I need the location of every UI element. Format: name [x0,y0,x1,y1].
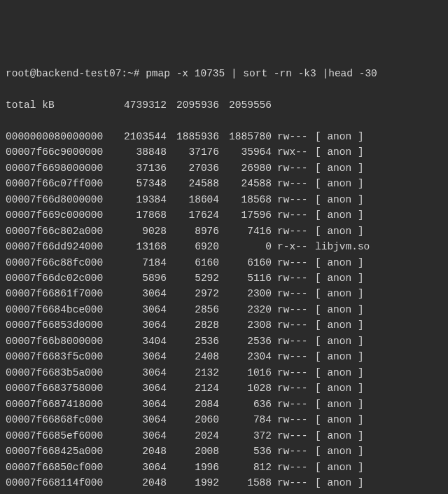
mapping-cell: [ anon ] [312,397,364,412]
mapping-cell: [ anon ] [312,349,364,364]
total-rss: 2095936 [167,97,219,113]
mode-cell: rw--- [272,412,312,427]
dirty-cell: 2304 [219,349,272,364]
pmap-row: 00007f66dc02c000589652925116rw---[ anon … [6,270,442,286]
mapping-cell: [ anon ] [312,475,364,490]
dirty-cell: 18568 [219,192,272,207]
mode-cell: rw--- [272,192,312,207]
kbytes-cell: 3064 [114,397,167,412]
pmap-row: 00007f66c88fc000718461606160rw---[ anon … [6,255,442,270]
kbytes-cell: 13168 [114,239,167,254]
rss-cell: 1976 [167,491,219,494]
pmap-output: 0000000080000000210354418859361885780rw-… [6,129,442,494]
rss-cell: 37176 [167,144,219,160]
address-cell: 00007f66d8000000 [6,192,114,207]
pmap-row: 00007f66c9000000388483717635964rwx--[ an… [6,144,442,160]
rss-cell: 17624 [167,207,219,223]
mapping-cell: [ anon ] [312,270,364,286]
kbytes-cell: 3064 [114,365,167,380]
mode-cell: rw--- [272,129,312,144]
rss-cell: 2124 [167,380,219,396]
dirty-cell: 17596 [219,207,272,223]
mapping-cell: [ anon ] [312,444,364,459]
dirty-cell: 26980 [219,160,272,176]
mapping-cell: [ anon ] [312,129,364,144]
rss-cell: 2408 [167,349,219,364]
pmap-row: 00007f66c07ff000573482458824588rw---[ an… [6,176,442,191]
mode-cell: rw--- [272,365,312,380]
total-dirty: 2059556 [219,97,272,113]
mapping-cell: [ anon ] [312,224,364,239]
mode-cell: rw--- [272,460,312,475]
dirty-cell: 636 [219,397,272,412]
mode-cell: rw--- [272,334,312,349]
kbytes-cell: 2048 [114,475,167,490]
mapping-cell: [ anon ] [312,144,364,160]
rss-cell: 2008 [167,444,219,459]
pmap-row: 00007f66853d0000306428282308rw---[ anon … [6,317,442,333]
kbytes-cell: 3064 [114,428,167,444]
address-cell: 00007f66c802a000 [6,224,114,239]
kbytes-cell: 3064 [114,302,167,317]
dirty-cell: 372 [219,428,272,444]
dirty-cell: 2300 [219,286,272,301]
mode-cell: rw--- [272,176,312,191]
kbytes-cell: 7184 [114,255,167,270]
pmap-row: 00007f66b8000000340425362536rw---[ anon … [6,334,442,349]
kbytes-cell: 3064 [114,286,167,301]
mapping-cell: [ anon ] [312,334,364,349]
pmap-row: 00007f66848c500020481976492rw---[ anon ] [6,491,442,494]
address-cell: 00007f66c9000000 [6,144,114,160]
rss-cell: 2828 [167,317,219,333]
kbytes-cell: 57348 [114,176,167,191]
pmap-row: 00007f66dd9240001316869200r-x--libjvm.so [6,239,442,254]
mapping-cell: [ anon ] [312,286,364,301]
dirty-cell: 35964 [219,144,272,160]
address-cell: 00007f66c07ff000 [6,176,114,191]
mapping-cell: [ anon ] [312,428,364,444]
pmap-row: 00007f66d8000000193841860418568rw---[ an… [6,192,442,207]
address-cell: 00007f668114f000 [6,475,114,490]
address-cell: 0000000080000000 [6,129,114,144]
mode-cell: rw--- [272,475,312,490]
pmap-row: 00007f6683f5c000306424082304rw---[ anon … [6,349,442,364]
rss-cell: 2132 [167,365,219,380]
address-cell: 00007f6683b5a000 [6,365,114,380]
mode-cell: rw--- [272,380,312,396]
mode-cell: rw--- [272,207,312,223]
kbytes-cell: 3064 [114,349,167,364]
mode-cell: rw--- [272,270,312,286]
shell-prompt[interactable]: root@backend-test07:~# pmap -x 10735 | s… [6,66,442,81]
address-cell: 00007f66b8000000 [6,334,114,349]
dirty-cell: 812 [219,460,272,475]
kbytes-cell: 2103544 [114,129,167,144]
mapping-cell: [ anon ] [312,192,364,207]
kbytes-cell: 3064 [114,380,167,396]
rss-cell: 27036 [167,160,219,176]
address-cell: 00007f66850cf000 [6,460,114,475]
mode-cell: rw--- [272,255,312,270]
rss-cell: 24588 [167,176,219,191]
address-cell: 00007f669c000000 [6,207,114,223]
pmap-row: 00007f6698000000371362703626980rw---[ an… [6,160,442,176]
dirty-cell: 784 [219,412,272,427]
dirty-cell: 1885780 [219,129,272,144]
mapping-cell: [ anon ] [312,460,364,475]
pmap-row: 00007f668425a00020482008536rw---[ anon ] [6,444,442,459]
dirty-cell: 1016 [219,365,272,380]
rss-cell: 2060 [167,412,219,427]
kbytes-cell: 3064 [114,317,167,333]
pmap-row: 00007f66861f7000306429722300rw---[ anon … [6,286,442,301]
kbytes-cell: 3064 [114,460,167,475]
dirty-cell: 0 [219,239,272,254]
mode-cell: rw--- [272,428,312,444]
address-cell: 00007f6683758000 [6,380,114,396]
mode-cell: rw--- [272,302,312,317]
rss-cell: 1885936 [167,129,219,144]
rss-cell: 6160 [167,255,219,270]
address-cell: 00007f66c88fc000 [6,255,114,270]
rss-cell: 2084 [167,397,219,412]
rss-cell: 8976 [167,224,219,239]
kbytes-cell: 3064 [114,412,167,427]
address-cell: 00007f66848c5000 [6,491,114,494]
